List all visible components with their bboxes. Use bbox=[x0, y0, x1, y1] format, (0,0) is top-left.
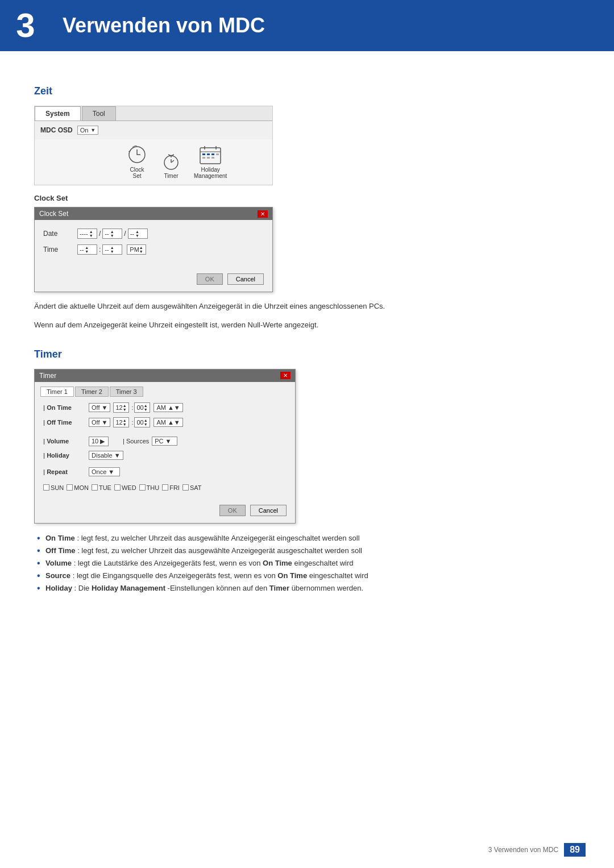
day-thu[interactable]: THU bbox=[139, 484, 160, 491]
holiday-mgmt-label: HolidayManagement bbox=[194, 167, 227, 179]
on-time-label: On Time bbox=[43, 404, 89, 411]
chapter-number-box: 3 bbox=[0, 0, 51, 51]
timer-ok-button[interactable]: OK bbox=[219, 505, 246, 516]
off-ampm-arrow: ▲▼ bbox=[168, 419, 180, 426]
off-time-row: Off Time Off ▼ 12 ▲▼ : 00 ▲▼ AM ▲▼ bbox=[43, 417, 287, 427]
timer-dialog-close-button[interactable]: ✕ bbox=[280, 372, 291, 379]
day-sat[interactable]: SAT bbox=[182, 484, 202, 491]
on-ampm-dropdown[interactable]: AM ▲▼ bbox=[154, 403, 182, 412]
ampm-field[interactable]: PM ▲▼ bbox=[127, 244, 146, 255]
off-min-spin[interactable]: 00 ▲▼ bbox=[134, 417, 150, 427]
clock-dialog-title: Clock Set bbox=[39, 210, 68, 218]
bullet-volume-text2: eingeschaltet wird bbox=[294, 559, 353, 567]
svg-rect-14 bbox=[216, 153, 219, 155]
days-row: SUN MON TUE WED THU bbox=[43, 481, 287, 495]
day-sun[interactable]: SUN bbox=[43, 484, 64, 491]
holiday-val: Disable bbox=[92, 452, 113, 459]
bullet-off-time-text: : legt fest, zu welcher Uhrzeit das ausg… bbox=[77, 546, 362, 555]
holiday-icon bbox=[199, 145, 222, 165]
on-min-arrows[interactable]: ▲▼ bbox=[144, 404, 148, 412]
timer-icon-item[interactable]: Timer bbox=[160, 151, 182, 179]
tab-bar: System Tool bbox=[35, 106, 272, 121]
clock-set-label: ClockSet bbox=[130, 167, 144, 179]
tab-tool[interactable]: Tool bbox=[82, 106, 116, 121]
time-min-spinner[interactable]: ▲▼ bbox=[110, 246, 114, 254]
time-hour-field[interactable]: -- ▲▼ bbox=[77, 244, 97, 255]
time-min-field[interactable]: -- ▲▼ bbox=[102, 244, 122, 255]
timer-tab-3[interactable]: Timer 3 bbox=[110, 387, 143, 397]
thu-checkbox[interactable] bbox=[139, 484, 146, 491]
date-spinner-1[interactable]: ▲▼ bbox=[89, 230, 93, 238]
svg-rect-16 bbox=[207, 157, 210, 159]
day-fri[interactable]: FRI bbox=[162, 484, 180, 491]
timer-label-icon: Timer bbox=[164, 173, 178, 179]
on-dropdown[interactable]: On ▼ bbox=[77, 126, 99, 135]
timer-dialog-footer: OK Cancel bbox=[35, 500, 295, 523]
date-spinner-3[interactable]: ▲▼ bbox=[135, 230, 139, 238]
time-hour-val: -- bbox=[80, 246, 84, 253]
date-row: Date ---- ▲▼ / -- ▲▼ / -- ▲▼ bbox=[43, 229, 264, 239]
wed-label: WED bbox=[122, 484, 136, 491]
day-tue[interactable]: TUE bbox=[92, 484, 111, 491]
bullet-on-time-text: : legt fest, zu welcher Uhrzeit das ausg… bbox=[77, 534, 359, 542]
volume-dropdown[interactable]: 10 ▶ bbox=[89, 437, 109, 446]
date-spinner-2[interactable]: ▲▼ bbox=[110, 230, 114, 238]
on-min-spin[interactable]: 00 ▲▼ bbox=[134, 402, 150, 413]
timer-tab-2[interactable]: Timer 2 bbox=[75, 387, 109, 397]
clock-set-heading: Clock Set bbox=[34, 194, 580, 202]
timer-cancel-button[interactable]: Cancel bbox=[250, 505, 287, 516]
off-hour-arrows[interactable]: ▲▼ bbox=[123, 418, 127, 426]
bullet-off-time-bold: Off Time bbox=[45, 546, 76, 555]
on-hour-spin[interactable]: 12 ▲▼ bbox=[113, 402, 129, 413]
off-time-label: Off Time bbox=[43, 419, 89, 426]
date-field-2[interactable]: -- ▲▼ bbox=[102, 229, 122, 239]
bullet-holiday-timer-bold: Timer bbox=[269, 584, 289, 592]
off-ampm-dropdown[interactable]: AM ▲▼ bbox=[154, 418, 182, 427]
off-hour-spin[interactable]: 12 ▲▼ bbox=[113, 417, 129, 427]
holiday-dropdown[interactable]: Disable ▼ bbox=[89, 451, 123, 460]
tue-label: TUE bbox=[99, 484, 111, 491]
mon-checkbox[interactable] bbox=[67, 484, 73, 491]
wed-checkbox[interactable] bbox=[114, 484, 121, 491]
svg-rect-15 bbox=[202, 157, 205, 159]
time-row: Time -- ▲▼ : -- ▲▼ PM ▲▼ bbox=[43, 244, 264, 255]
on-value: On bbox=[80, 127, 89, 134]
tue-checkbox[interactable] bbox=[92, 484, 98, 491]
tab-system[interactable]: System bbox=[35, 106, 81, 121]
clock-ok-button[interactable]: OK bbox=[197, 273, 223, 285]
clock-dialog-close-button[interactable]: ✕ bbox=[258, 210, 268, 218]
holiday-icon-item[interactable]: HolidayManagement bbox=[194, 145, 227, 179]
date-field-3[interactable]: -- ▲▼ bbox=[128, 229, 148, 239]
off-min-arrows[interactable]: ▲▼ bbox=[144, 418, 148, 426]
ampm-spinner[interactable]: ▲▼ bbox=[139, 246, 143, 254]
clock-set-icon-item[interactable]: ClockSet bbox=[126, 145, 148, 179]
sun-label: SUN bbox=[51, 484, 64, 491]
date-val2: -- bbox=[105, 230, 109, 237]
on-hour-arrows[interactable]: ▲▼ bbox=[123, 404, 127, 412]
system-ui-box: System Tool MDC OSD On ▼ ClockS bbox=[34, 106, 273, 185]
fri-checkbox[interactable] bbox=[162, 484, 168, 491]
holiday-label: Holiday bbox=[43, 452, 89, 459]
page-footer: 3 Verwenden von MDC 89 bbox=[488, 843, 586, 857]
sources-arrow: ▼ bbox=[165, 438, 172, 445]
timer-tab-1[interactable]: Timer 1 bbox=[40, 387, 74, 397]
clock-dialog-body: Date ---- ▲▼ / -- ▲▼ / -- ▲▼ Time bbox=[35, 220, 272, 269]
sun-checkbox[interactable] bbox=[43, 484, 49, 491]
on-time-dropdown[interactable]: Off ▼ bbox=[89, 403, 110, 412]
holiday-row: Holiday Disable ▼ bbox=[43, 451, 287, 460]
bullet-source-text2: eingeschaltet wird bbox=[309, 571, 368, 580]
date-sep1: / bbox=[99, 230, 101, 238]
bullet-volume-bold: Volume bbox=[45, 559, 72, 567]
day-wed[interactable]: WED bbox=[114, 484, 136, 491]
day-mon[interactable]: MON bbox=[67, 484, 89, 491]
bullet-holiday-text: : Die bbox=[74, 584, 92, 592]
repeat-dropdown[interactable]: Once ▼ bbox=[89, 467, 120, 476]
time-hour-spinner[interactable]: ▲▼ bbox=[85, 246, 89, 254]
toolbar-row: MDC OSD On ▼ bbox=[35, 121, 272, 139]
date-field-1[interactable]: ---- ▲▼ bbox=[77, 229, 97, 239]
mdc-osd-label: MDC OSD bbox=[40, 126, 73, 134]
off-time-dropdown[interactable]: Off ▼ bbox=[89, 418, 110, 427]
clock-cancel-button[interactable]: Cancel bbox=[227, 273, 264, 285]
sources-dropdown[interactable]: PC ▼ bbox=[152, 437, 177, 446]
sat-checkbox[interactable] bbox=[182, 484, 189, 491]
